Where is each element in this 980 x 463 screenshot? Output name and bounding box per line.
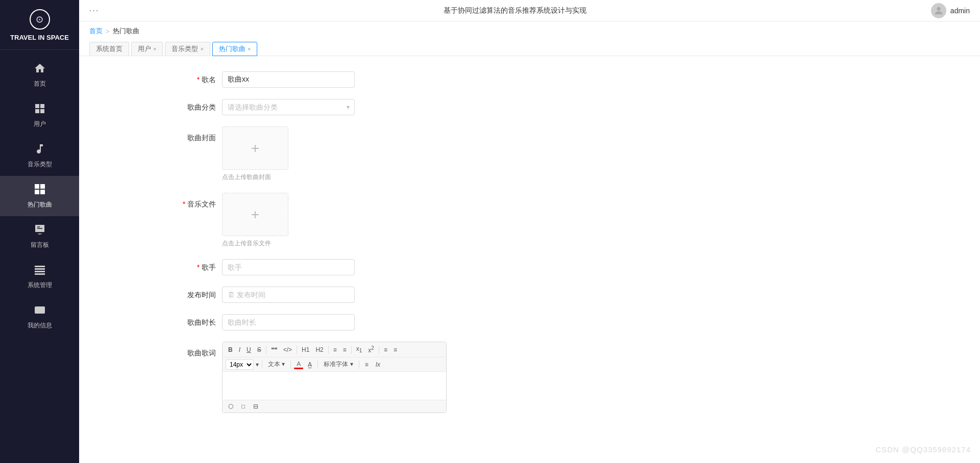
svg-rect-10 — [35, 271, 45, 272]
code-button[interactable]: </> — [281, 345, 295, 354]
tab-hot-songs[interactable]: 热门歌曲 × — [212, 42, 257, 56]
ul-button[interactable]: ≡ — [340, 345, 349, 354]
lyrics-control: B I U S ❝❝ </> H1 H2 ≡ ≡ x1 — [222, 342, 447, 413]
form-area: 歌名 歌曲分类 请选择歌曲分类 歌曲封面 + 点 — [79, 56, 980, 463]
underline-button[interactable]: U — [244, 345, 254, 354]
italic-button[interactable]: I — [236, 345, 243, 354]
user-grid-icon — [34, 102, 46, 118]
toolbar-sep-3 — [328, 346, 329, 354]
sidebar-item-my-info[interactable]: 我的信息 — [0, 297, 79, 337]
font-size-sep: ▾ — [256, 361, 259, 368]
song-name-label: 歌名 — [181, 71, 222, 88]
my-info-icon — [34, 304, 46, 319]
guestbook-icon — [34, 223, 46, 239]
svg-point-15 — [937, 7, 940, 10]
tab-music-type-close[interactable]: × — [200, 46, 203, 52]
insert-image-button[interactable]: □ — [239, 402, 248, 411]
tab-music-type-label: 音乐类型 — [172, 44, 198, 54]
breadcrumb-current: 热门歌曲 — [113, 27, 139, 36]
song-cover-label: 歌曲封面 — [181, 126, 222, 146]
music-file-upload[interactable]: + — [222, 193, 288, 236]
content-header: 首页 > 热门歌曲 系统首页 用户 × 音乐类型 × 热门歌曲 × — [79, 21, 980, 56]
insert-table-button[interactable]: ⊟ — [251, 402, 261, 411]
music-file-control: + 点击上传音乐文件 — [222, 193, 288, 248]
toolbar-sep-8 — [317, 361, 318, 369]
font-color-button[interactable]: A — [294, 359, 303, 369]
duration-input[interactable] — [222, 314, 355, 330]
tab-music-type[interactable]: 音乐类型 × — [165, 42, 210, 56]
logo-text: TRAVEL IN SPACE — [10, 34, 69, 42]
form-row-song-category: 歌曲分类 请选择歌曲分类 — [181, 99, 960, 115]
svg-rect-9 — [35, 268, 45, 270]
song-name-input[interactable] — [222, 71, 355, 88]
publish-time-input[interactable] — [222, 287, 355, 303]
breadcrumb: 首页 > 热门歌曲 — [89, 21, 970, 39]
svg-rect-7 — [40, 190, 45, 194]
song-cover-plus-icon: + — [251, 140, 259, 157]
publish-time-control — [222, 287, 355, 303]
sidebar-item-music-type[interactable]: 音乐类型 — [0, 136, 79, 176]
svg-rect-14 — [36, 310, 39, 311]
bold-button[interactable]: B — [226, 345, 235, 354]
text-format-button[interactable]: 文本 ▾ — [265, 359, 287, 370]
tab-hot-songs-label: 热门歌曲 — [219, 44, 246, 54]
rich-editor: B I U S ❝❝ </> H1 H2 ≡ ≡ x1 — [222, 342, 447, 413]
sidebar-item-sys-manage[interactable]: 系统管理 — [0, 256, 79, 297]
form-row-song-cover: 歌曲封面 + 点击上传歌曲封面 — [181, 126, 960, 182]
toolbar-sep-2 — [297, 346, 297, 354]
align-left-button[interactable]: ≡ — [381, 345, 390, 354]
h1-button[interactable]: H1 — [299, 345, 312, 354]
toolbar-sep-9 — [359, 361, 359, 369]
duration-label: 歌曲时长 — [181, 314, 222, 330]
clear-format-button[interactable]: Ix — [373, 360, 383, 369]
sidebar-item-my-info-label: 我的信息 — [28, 321, 52, 330]
svg-rect-3 — [40, 109, 44, 113]
sidebar-item-sys-manage-label: 系统管理 — [28, 281, 52, 290]
tab-hot-songs-close[interactable]: × — [248, 46, 251, 52]
form-row-publish-time: 发布时间 — [181, 287, 960, 303]
song-cover-upload[interactable]: + — [222, 126, 288, 170]
song-category-control: 请选择歌曲分类 — [222, 99, 355, 115]
align-center-button[interactable]: ≡ — [362, 360, 371, 369]
topbar-user: admin — [931, 3, 970, 18]
rich-editor-body[interactable] — [223, 372, 446, 400]
sidebar-item-music-type-label: 音乐类型 — [28, 160, 52, 169]
subscript-button[interactable]: x1 — [354, 344, 365, 354]
hot-songs-icon — [34, 183, 46, 198]
tab-user-close[interactable]: × — [153, 46, 156, 52]
toolbar-sep-6 — [262, 361, 262, 369]
song-category-select[interactable]: 请选择歌曲分类 — [222, 99, 355, 115]
toolbar-sep-5 — [379, 346, 379, 354]
sidebar-item-guestbook[interactable]: 留言板 — [0, 216, 79, 256]
align-right-button[interactable]: ≡ — [391, 345, 400, 354]
font-highlight-button[interactable]: A̲ — [305, 360, 314, 369]
blockquote-button[interactable]: ❝❝ — [268, 345, 280, 354]
superscript-button[interactable]: x2 — [365, 344, 377, 355]
form-row-music-file: 音乐文件 + 点击上传音乐文件 — [181, 193, 960, 248]
ol-button[interactable]: ≡ — [331, 345, 339, 354]
sidebar-item-home[interactable]: 首页 — [0, 55, 79, 95]
font-size-select[interactable]: 14px 12px 16px 18px — [226, 359, 254, 370]
strikethrough-button[interactable]: S — [255, 345, 264, 354]
song-category-select-wrap: 请选择歌曲分类 — [222, 99, 355, 115]
svg-rect-8 — [35, 266, 45, 267]
topbar-dots: ··· — [89, 6, 99, 15]
h2-button[interactable]: H2 — [313, 345, 326, 354]
svg-rect-0 — [35, 104, 39, 108]
insert-link-button[interactable]: ⬡ — [226, 402, 236, 411]
font-family-button[interactable]: 标准字体 ▾ — [321, 359, 355, 370]
sidebar-item-user[interactable]: 用户 — [0, 95, 79, 136]
sidebar-item-hot-songs-label: 热门歌曲 — [28, 200, 52, 209]
sidebar-item-hot-songs[interactable]: 热门歌曲 — [0, 176, 79, 216]
topbar-username: admin — [950, 7, 970, 15]
breadcrumb-sep: > — [106, 28, 110, 35]
breadcrumb-home[interactable]: 首页 — [89, 27, 103, 36]
singer-control — [222, 259, 355, 275]
toolbar-sep-1 — [266, 346, 266, 354]
avatar — [931, 3, 946, 18]
tab-home[interactable]: 系统首页 — [89, 42, 129, 56]
tab-user[interactable]: 用户 × — [131, 42, 163, 56]
singer-input[interactable] — [222, 259, 355, 275]
toolbar-sep-7 — [290, 361, 291, 369]
singer-label: 歌手 — [181, 259, 222, 275]
